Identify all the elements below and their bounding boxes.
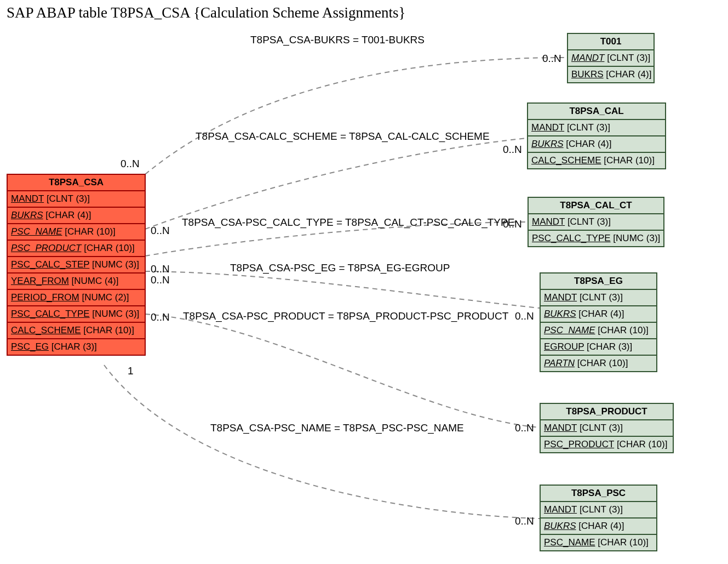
cardinality: 0..N: [542, 53, 561, 65]
field: CALC_SCHEME [CHAR (10)]: [8, 323, 145, 339]
field: BUKRS [CHAR (4)]: [541, 306, 656, 323]
entity-header: T001: [568, 34, 654, 50]
cardinality: 0..N: [503, 144, 522, 156]
field: BUKRS [CHAR (4)]: [8, 208, 145, 224]
entity-t001: T001 MANDT [CLNT (3)] BUKRS [CHAR (4)]: [567, 33, 655, 83]
cardinality: 1: [128, 365, 134, 377]
field: PARTN [CHAR (10)]: [541, 356, 656, 371]
field: PSC_CALC_TYPE [NUMC (3)]: [8, 306, 145, 323]
cardinality: 0..N: [121, 158, 140, 170]
entity-header: T8PSA_CAL_CT: [529, 198, 663, 214]
cardinality: 0..N: [151, 263, 170, 275]
entity-t8psa-cal: T8PSA_CAL MANDT [CLNT (3)] BUKRS [CHAR (…: [527, 102, 666, 169]
entity-header: T8PSA_CSA: [8, 175, 145, 191]
entity-header: T8PSA_EG: [541, 274, 656, 290]
field: BUKRS [CHAR (4)]: [541, 519, 656, 535]
field: MANDT [CLNT (3)]: [541, 290, 656, 306]
entity-t8psa-product: T8PSA_PRODUCT MANDT [CLNT (3)] PSC_PRODU…: [540, 403, 674, 453]
relation-label: T8PSA_CSA-PSC_CALC_TYPE = T8PSA_CAL_CT-P…: [182, 217, 514, 229]
field: PSC_NAME [CHAR (10)]: [541, 535, 656, 550]
field: MANDT [CLNT (3)]: [528, 120, 665, 136]
relation-label: T8PSA_CSA-BUKRS = T001-BUKRS: [250, 34, 425, 46]
field: PSC_NAME [CHAR (10)]: [541, 323, 656, 339]
entity-t8psa-psc: T8PSA_PSC MANDT [CLNT (3)] BUKRS [CHAR (…: [540, 485, 657, 551]
entity-header: T8PSA_CAL: [528, 104, 665, 120]
field: PSC_EG [CHAR (3)]: [8, 339, 145, 355]
field: BUKRS [CHAR (4)]: [528, 136, 665, 153]
entity-header: T8PSA_PSC: [541, 486, 656, 502]
field: PSC_NAME [CHAR (10)]: [8, 224, 145, 241]
field: MANDT [CLNT (3)]: [529, 214, 663, 231]
field: EGROUP [CHAR (3)]: [541, 339, 656, 356]
field: PSC_CALC_TYPE [NUMC (3)]: [529, 231, 663, 246]
entity-header: T8PSA_PRODUCT: [541, 404, 673, 420]
entity-t8psa-cal-ct: T8PSA_CAL_CT MANDT [CLNT (3)] PSC_CALC_T…: [528, 197, 664, 247]
field: MANDT [CLNT (3)]: [541, 502, 656, 519]
cardinality: 0..N: [151, 311, 170, 323]
relation-label: T8PSA_CSA-CALC_SCHEME = T8PSA_CAL-CALC_S…: [196, 130, 490, 143]
cardinality: 0..N: [151, 225, 170, 237]
field: PSC_CALC_STEP [NUMC (3)]: [8, 257, 145, 274]
cardinality: 0..N: [151, 274, 170, 286]
relation-label: T8PSA_CSA-PSC_PRODUCT = T8PSA_PRODUCT-PS…: [183, 310, 508, 322]
page-title: SAP ABAP table T8PSA_CSA {Calculation Sc…: [7, 4, 405, 21]
field: MANDT [CLNT (3)]: [8, 191, 145, 208]
cardinality: 0..N: [515, 310, 534, 322]
field: MANDT [CLNT (3)]: [541, 420, 673, 437]
field: PERIOD_FROM [NUMC (2)]: [8, 290, 145, 306]
relation-label: T8PSA_CSA-PSC_EG = T8PSA_EG-EGROUP: [230, 262, 450, 274]
entity-t8psa-csa: T8PSA_CSA MANDT [CLNT (3)] BUKRS [CHAR (…: [7, 174, 146, 356]
cardinality: 0..N: [515, 515, 534, 527]
field: BUKRS [CHAR (4)]: [568, 67, 654, 82]
field: MANDT [CLNT (3)]: [568, 50, 654, 67]
entity-t8psa-eg: T8PSA_EG MANDT [CLNT (3)] BUKRS [CHAR (4…: [540, 272, 657, 372]
field: PSC_PRODUCT [CHAR (10)]: [8, 241, 145, 257]
field: YEAR_FROM [NUMC (4)]: [8, 274, 145, 290]
relation-label: T8PSA_CSA-PSC_NAME = T8PSA_PSC-PSC_NAME: [210, 422, 464, 434]
field: PSC_PRODUCT [CHAR (10)]: [541, 437, 673, 452]
cardinality: 0..N: [503, 218, 522, 230]
field: CALC_SCHEME [CHAR (10)]: [528, 153, 665, 168]
cardinality: 0..N: [515, 422, 534, 434]
